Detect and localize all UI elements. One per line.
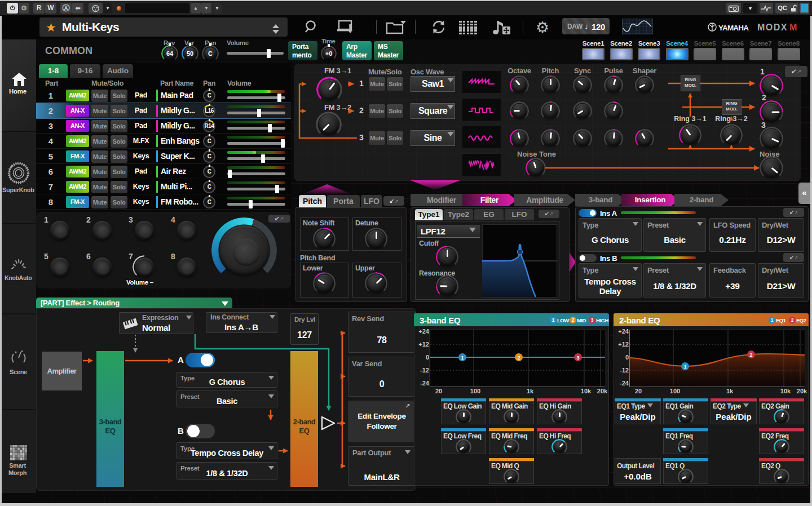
svg-text:3: 3 [576,355,579,361]
svg-text:1: 1 [683,364,686,370]
svg-text:2: 2 [517,355,520,361]
svg-text:1: 1 [461,355,464,361]
svg-text:2: 2 [749,352,752,358]
